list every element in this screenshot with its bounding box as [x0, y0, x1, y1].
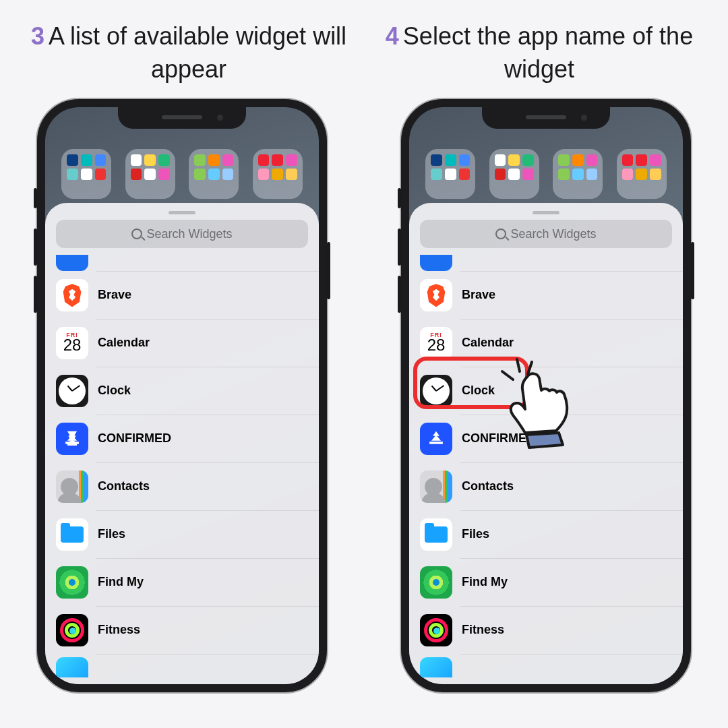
- app-icon: [56, 657, 88, 677]
- row-label: Calendar: [98, 336, 150, 350]
- power-button: [691, 242, 694, 299]
- svg-line-1: [517, 359, 520, 371]
- svg-line-2: [528, 362, 532, 374]
- list-item-files[interactable]: Files: [409, 510, 683, 558]
- notch: [482, 106, 610, 129]
- list-item[interactable]: [409, 654, 683, 681]
- mute-switch: [34, 188, 37, 208]
- search-placeholder: Search Widgets: [510, 227, 596, 241]
- step-3-number: 3: [31, 22, 44, 50]
- volume-down-button: [398, 276, 401, 313]
- home-folders-row: [409, 149, 683, 199]
- row-label: Calendar: [462, 336, 514, 350]
- phone-step-4: Search Widgets Brave FRI 28: [401, 99, 691, 692]
- step-4-heading: 4Select the app name of the widget: [371, 20, 708, 86]
- fitness-icon: [56, 614, 88, 646]
- brave-icon: [420, 279, 452, 311]
- contacts-icon: [420, 471, 452, 503]
- search-widgets-field[interactable]: Search Widgets: [56, 220, 308, 248]
- app-icon: [420, 657, 452, 677]
- row-label: Contacts: [98, 479, 150, 493]
- step-4-number: 4: [386, 22, 399, 50]
- files-icon: [420, 518, 452, 551]
- volume-down-button: [34, 276, 37, 313]
- search-widgets-field[interactable]: Search Widgets: [420, 220, 672, 248]
- widget-picker-sheet[interactable]: Search Widgets Brave FRI 28: [45, 203, 319, 684]
- row-label: Brave: [98, 288, 131, 302]
- calendar-icon: FRI 28: [56, 327, 88, 359]
- row-label: Find My: [98, 575, 144, 589]
- search-placeholder: Search Widgets: [146, 227, 232, 241]
- svg-line-0: [502, 371, 513, 380]
- findmy-icon: [56, 566, 88, 599]
- phone-step-3: Search Widgets Brave FRI 28: [37, 99, 327, 692]
- list-item-contacts[interactable]: Contacts: [409, 462, 683, 510]
- row-label: Contacts: [462, 479, 514, 493]
- step-4-text: Select the app name of the widget: [403, 22, 693, 83]
- row-label: Brave: [462, 288, 495, 302]
- screen: Search Widgets Brave FRI 28: [409, 107, 683, 684]
- clock-icon: [420, 375, 452, 407]
- widget-app-list[interactable]: Brave FRI 28 Calendar Clock: [409, 252, 683, 684]
- row-label: Find My: [462, 575, 508, 589]
- row-label: Clock: [98, 384, 131, 398]
- fitness-icon: [420, 614, 452, 646]
- list-item-clock[interactable]: Clock: [45, 367, 319, 415]
- home-folders-row: [45, 149, 319, 199]
- findmy-icon: [420, 566, 452, 599]
- list-item-contacts[interactable]: Contacts: [45, 462, 319, 510]
- brave-icon: [56, 279, 88, 311]
- search-icon: [131, 229, 142, 239]
- clock-icon: [56, 375, 88, 407]
- contacts-icon: [56, 471, 88, 503]
- list-item-fitness[interactable]: Fitness: [45, 606, 319, 654]
- confirmed-icon: [420, 423, 452, 455]
- list-item-calendar[interactable]: FRI 28 Calendar: [45, 319, 319, 367]
- search-icon: [495, 229, 506, 239]
- step-3-text: A list of available widget will appear: [49, 22, 346, 83]
- widget-app-list[interactable]: Brave FRI 28 Calendar Clock: [45, 252, 319, 684]
- volume-up-button: [398, 229, 401, 266]
- list-item-findmy[interactable]: Find My: [45, 558, 319, 606]
- row-label: Fitness: [98, 623, 140, 637]
- row-label: Files: [98, 527, 125, 541]
- calendar-icon: FRI 28: [420, 327, 452, 359]
- tap-hand-icon: [490, 355, 598, 456]
- screen: Search Widgets Brave FRI 28: [45, 107, 319, 684]
- files-icon: [56, 518, 88, 551]
- list-item[interactable]: [45, 252, 319, 271]
- row-label: Fitness: [462, 623, 504, 637]
- phones-stage: Search Widgets Brave FRI 28: [0, 99, 728, 692]
- step-3-heading: 3A list of available widget will appear: [20, 20, 357, 86]
- list-item[interactable]: [45, 654, 319, 681]
- sheet-grabber[interactable]: [533, 211, 559, 214]
- sheet-grabber[interactable]: [169, 211, 195, 214]
- power-button: [327, 242, 330, 299]
- list-item-files[interactable]: Files: [45, 510, 319, 558]
- list-item-brave[interactable]: Brave: [409, 271, 683, 319]
- volume-up-button: [34, 229, 37, 266]
- list-item[interactable]: [409, 252, 683, 271]
- mute-switch: [398, 188, 401, 208]
- list-item-fitness[interactable]: Fitness: [409, 606, 683, 654]
- row-label: Files: [462, 527, 489, 541]
- list-item-confirmed[interactable]: CONFIRMED: [45, 415, 319, 462]
- row-label: CONFIRMED: [98, 431, 171, 446]
- list-item-findmy[interactable]: Find My: [409, 558, 683, 606]
- list-item-brave[interactable]: Brave: [45, 271, 319, 319]
- confirmed-icon: [56, 423, 88, 455]
- notch: [118, 106, 246, 129]
